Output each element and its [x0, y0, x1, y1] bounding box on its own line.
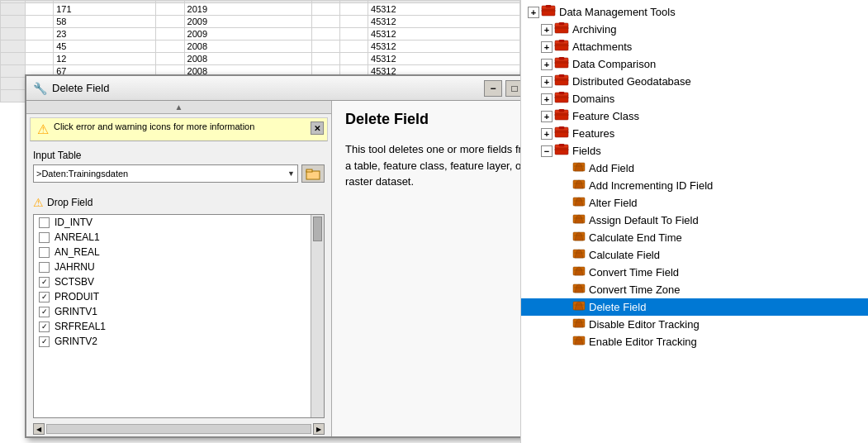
drop-field-section-label: ⚠ Drop Field [26, 194, 331, 211]
checkbox-sctsbv[interactable]: ✓ [39, 277, 50, 288]
cell-3-3: 2008 [184, 40, 311, 53]
dropdown-arrow-icon: ▼ [287, 169, 295, 178]
tree-item-data-management-tools[interactable]: + Data Management Tools [521, 3, 868, 21]
help-title: Delete Field [345, 111, 520, 128]
tree-label-fields: Fields [572, 145, 601, 157]
checkbox-grintv2[interactable]: ✓ [39, 336, 50, 347]
delete-field-dialog: 🔧 Delete Field − □ ✕ ▲ ⚠ Click error and… [25, 74, 520, 438]
tree-expand-feature-class[interactable]: + [541, 111, 553, 122]
field-item-grintv2[interactable]: ✓GRINTV2 [34, 334, 324, 349]
tree-item-fields[interactable]: − Fields [521, 142, 868, 160]
field-label-an_real: AN_REAL [55, 246, 100, 258]
tree-item-calculate-end-time[interactable]: Calculate End Time [521, 229, 868, 246]
input-table-section: Input Table >Daten:Trainingsdaten ▼ [26, 145, 331, 194]
tree-item-add-field[interactable]: Add Field [521, 160, 868, 177]
cell-2-0 [26, 28, 54, 40]
tool-icon-convert-time-zone [572, 283, 586, 297]
tree-item-delete-field[interactable]: Delete Field [521, 298, 868, 316]
tree-item-add-incrementing-id-field[interactable]: Add Incrementing ID Field [521, 177, 868, 194]
browse-button[interactable] [301, 164, 325, 183]
tree-item-data-comparison[interactable]: + Data Comparison [521, 55, 868, 73]
row-number-6 [1, 65, 26, 78]
cell-0-3: 2019 [184, 3, 311, 16]
tree-label-data-comparison: Data Comparison [572, 58, 656, 70]
cell-4-0 [26, 53, 54, 65]
tree-expand-distributed-geodatabase[interactable]: + [541, 76, 553, 88]
field-item-grintv1[interactable]: ✓GRINTV1 [34, 304, 324, 319]
checkbox-id_intv[interactable] [39, 217, 50, 228]
tree-item-alter-field[interactable]: Alter Field [521, 194, 868, 212]
warning-close-button[interactable]: ✕ [311, 121, 324, 135]
tree-container: + Data Management Tools+ Archiving+ Atta… [521, 0, 868, 354]
tree-label-assign-default-to-field: Assign Default To Field [589, 214, 699, 226]
cell-3-1: 45 [54, 40, 156, 53]
checkbox-produit[interactable]: ✓ [39, 292, 50, 302]
tree-label-features: Features [572, 127, 614, 140]
checkbox-anreal1[interactable] [39, 232, 50, 243]
tree-item-domains[interactable]: + Domains [521, 90, 868, 107]
checkbox-srfreal1[interactable]: ✓ [39, 322, 50, 332]
tree-item-attachments[interactable]: + Attachments [521, 38, 868, 55]
cell-0-5 [339, 3, 368, 16]
cell-4-4 [311, 53, 339, 65]
field-list-scrollbar[interactable] [311, 215, 324, 417]
tree-label-feature-class: Feature Class [572, 110, 639, 122]
tree-label-convert-time-field: Convert Time Field [589, 266, 679, 279]
tree-item-disable-editor-tracking[interactable]: Disable Editor Tracking [521, 316, 868, 333]
cell-2-6: 45312 [368, 28, 520, 40]
field-label-grintv1: GRINTV1 [55, 306, 97, 317]
maximize-button[interactable]: □ [505, 80, 520, 97]
tree-item-convert-time-field[interactable]: Convert Time Field [521, 264, 868, 281]
row-number-3 [1, 28, 26, 40]
input-table-dropdown[interactable]: >Daten:Trainingsdaten ▼ [33, 164, 298, 183]
tree-expand-archiving[interactable]: + [541, 24, 553, 36]
tree-expand-domains[interactable]: + [541, 93, 553, 105]
field-item-sctsbv[interactable]: ✓SCTSBV [34, 274, 324, 289]
field-item-id_intv[interactable]: ID_INTV [34, 215, 324, 230]
tool-icon-add-incrementing-id-field [572, 179, 586, 193]
scroll-left-button[interactable]: ◀ [33, 423, 45, 435]
tree-item-feature-class[interactable]: + Feature Class [521, 107, 868, 125]
right-sidebar: + Data Management Tools+ Archiving+ Atta… [520, 0, 868, 443]
field-item-produit[interactable]: ✓PRODUIT [34, 289, 324, 304]
cell-4-6: 45312 [368, 53, 520, 65]
field-item-anreal1[interactable]: ANREAL1 [34, 230, 324, 245]
tree-expand-attachments[interactable]: + [541, 41, 553, 53]
toolbox-icon-distributed-geodatabase [554, 74, 569, 88]
toolbox-icon-archiving [554, 22, 569, 36]
tree-item-enable-editor-tracking[interactable]: Enable Editor Tracking [521, 333, 868, 350]
tree-expand-fields[interactable]: − [541, 145, 553, 157]
tree-item-distributed-geodatabase[interactable]: + Distributed Geodatabase [521, 73, 868, 90]
checkbox-jahrnu[interactable] [39, 262, 50, 273]
cell-3-4 [311, 40, 339, 53]
minimize-button[interactable]: − [484, 80, 502, 97]
cell-1-3: 2009 [184, 16, 311, 28]
tree-item-convert-time-zone[interactable]: Convert Time Zone [521, 281, 868, 298]
tree-item-archiving[interactable]: + Archiving [521, 21, 868, 38]
field-item-jahrnu[interactable]: JAHRNU [34, 260, 324, 274]
tree-expand-features[interactable]: + [541, 128, 553, 140]
tool-icon-add-field [572, 161, 586, 175]
tree-expand-data-management-tools[interactable]: + [528, 7, 539, 18]
field-label-anreal1: ANREAL1 [55, 231, 100, 243]
warning-message: Click error and warning icons for more i… [54, 121, 320, 131]
tree-item-calculate-field[interactable]: Calculate Field [521, 246, 868, 264]
field-label-jahrnu: JAHRNU [55, 261, 95, 273]
cell-3-6: 45312 [368, 40, 520, 53]
field-item-srfreal1[interactable]: ✓SRFREAL1 [34, 319, 324, 334]
tree-expand-data-comparison[interactable]: + [541, 59, 553, 70]
checkbox-grintv1[interactable]: ✓ [39, 307, 50, 317]
tool-icon-delete-field [572, 300, 586, 314]
tool-icon-calculate-end-time [572, 231, 586, 245]
field-list: ID_INTVANREAL1AN_REALJAHRNU✓SCTSBV✓PRODU… [34, 215, 324, 349]
scroll-right-button[interactable]: ▶ [313, 423, 325, 435]
horizontal-scroll-area: ◀ ▶ [26, 422, 331, 436]
field-list-container[interactable]: ID_INTVANREAL1AN_REALJAHRNU✓SCTSBV✓PRODU… [33, 214, 325, 418]
horizontal-scrollbar[interactable] [46, 424, 311, 434]
tree-item-assign-default-to-field[interactable]: Assign Default To Field [521, 212, 868, 229]
checkbox-an_real[interactable] [39, 247, 50, 258]
field-item-an_real[interactable]: AN_REAL [34, 245, 324, 260]
tree-item-features[interactable]: + Features [521, 125, 868, 142]
dialog-left-panel: ▲ ⚠ Click error and warning icons for mo… [26, 101, 332, 436]
dialog-body: ▲ ⚠ Click error and warning icons for mo… [26, 101, 520, 436]
